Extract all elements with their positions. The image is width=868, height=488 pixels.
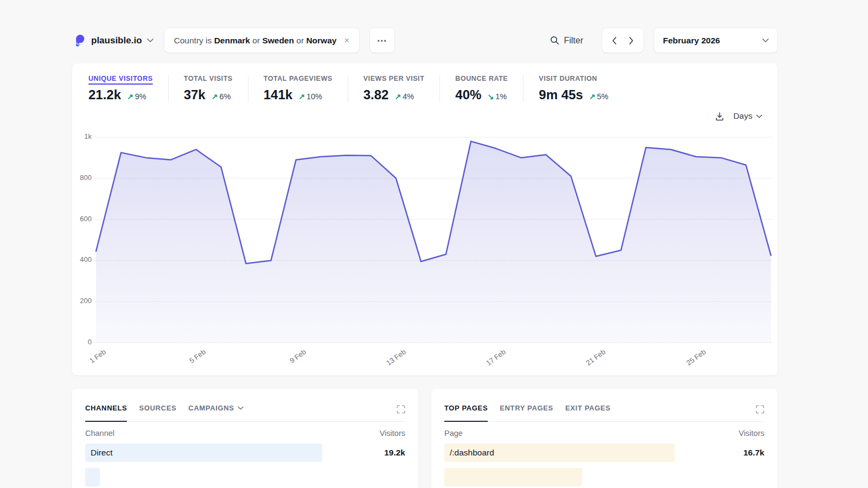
- remove-filter-icon[interactable]: ×: [344, 36, 349, 45]
- channels-panel: CHANNELS SOURCES CAMPAIGNS Channel Visit…: [72, 389, 418, 488]
- chart-x-tick: 21 Feb: [572, 348, 607, 376]
- chevron-right-icon: [629, 37, 634, 44]
- tab-channels[interactable]: CHANNELS: [85, 404, 127, 422]
- chart-x-tick: 1 Feb: [72, 348, 107, 376]
- date-nav: [602, 28, 643, 53]
- pages-panel: TOP PAGES ENTRY PAGES EXIT PAGES Page Vi…: [431, 389, 777, 488]
- stat-change: ↗6%: [212, 92, 231, 101]
- chart-x-tick: 25 Feb: [672, 348, 707, 376]
- pages-tabs: TOP PAGES ENTRY PAGES EXIT PAGES: [444, 389, 764, 422]
- export-button[interactable]: [715, 112, 724, 121]
- tab-campaigns[interactable]: CAMPAIGNS: [188, 404, 243, 422]
- prev-period-button[interactable]: [608, 33, 620, 49]
- chevron-down-icon: [762, 38, 769, 42]
- chart-x-tick: 9 Feb: [272, 348, 307, 376]
- chevron-down-icon: [756, 114, 762, 118]
- stat-change: ↗5%: [589, 92, 609, 101]
- chart-y-tick: 400: [72, 255, 92, 264]
- row-label[interactable]: /:dashboard: [444, 448, 494, 457]
- filter-chip-text: Country is Denmark or Sweden or Norway: [174, 36, 337, 46]
- row-bar: [85, 444, 322, 462]
- chart-y-tick: 1k: [72, 132, 92, 140]
- stat-unique-visitors[interactable]: UNIQUE VISITORS 21.2k ↗9%: [88, 75, 168, 102]
- dimension-column-label: Page: [444, 429, 463, 438]
- search-icon: [550, 36, 559, 45]
- tab-sources[interactable]: SOURCES: [139, 404, 176, 422]
- stat-visit-duration[interactable]: VISIT DURATION 9m 45s ↗5%: [523, 75, 623, 102]
- chevron-left-icon: [612, 37, 616, 44]
- chart-x-tick: 13 Feb: [372, 348, 407, 376]
- stat-bounce-rate[interactable]: BOUNCE RATE 40% ↘1%: [439, 75, 523, 102]
- metric-column-label: Visitors: [739, 429, 764, 438]
- chart-y-tick: 600: [72, 215, 92, 223]
- download-icon: [715, 112, 724, 121]
- stat-views-per-visit[interactable]: VIEWS PER VISIT 3.82 ↗4%: [348, 75, 440, 102]
- row-value: 19.2k: [384, 444, 405, 462]
- metric-column-label: Visitors: [380, 429, 405, 438]
- trend-up-icon: ↗: [394, 92, 401, 101]
- chevron-down-icon: [147, 38, 154, 42]
- chart-controls: Days: [715, 111, 762, 121]
- row-value: 16.7k: [743, 444, 764, 462]
- visitors-area-chart[interactable]: [94, 134, 773, 345]
- site-name: plausible.io: [91, 35, 142, 46]
- table-header: Page Visitors: [444, 429, 764, 438]
- table-row[interactable]: Direct 19.2k: [85, 444, 405, 462]
- stat-total-visits[interactable]: TOTAL VISITS 37k ↗6%: [168, 75, 248, 102]
- filter-chip-country[interactable]: Country is Denmark or Sweden or Norway ×: [164, 28, 359, 53]
- fullscreen-icon: [397, 405, 405, 414]
- chart-y-tick: 800: [72, 174, 92, 182]
- tab-exit-pages[interactable]: EXIT PAGES: [565, 404, 611, 422]
- row-bar: [444, 468, 582, 486]
- trend-down-icon: ↘: [487, 92, 494, 101]
- table-row-partial[interactable]: [444, 468, 764, 486]
- filter-label: Filter: [564, 36, 583, 46]
- next-period-button[interactable]: [626, 33, 637, 49]
- table-header: Channel Visitors: [85, 429, 405, 438]
- table-row[interactable]: /:dashboard 16.7k: [444, 444, 764, 462]
- trend-up-icon: ↗: [589, 92, 596, 101]
- filter-button[interactable]: Filter: [550, 36, 583, 46]
- chart-x-tick: 5 Feb: [172, 348, 207, 376]
- more-filters-button[interactable]: ⋯: [370, 28, 394, 53]
- fullscreen-icon: [756, 405, 764, 414]
- chart-y-tick: 200: [72, 297, 92, 305]
- tab-entry-pages[interactable]: ENTRY PAGES: [500, 404, 553, 422]
- stat-change: ↗4%: [394, 92, 414, 101]
- trend-up-icon: ↗: [212, 92, 218, 101]
- interval-label: Days: [733, 111, 752, 121]
- row-label[interactable]: Direct: [85, 448, 112, 457]
- stats-row: UNIQUE VISITORS 21.2k ↗9% TOTAL VISITS 3…: [72, 63, 777, 102]
- stat-total-pageviews[interactable]: TOTAL PAGEVIEWS 141k ↗10%: [248, 75, 348, 102]
- tab-top-pages[interactable]: TOP PAGES: [444, 404, 488, 422]
- interval-dropdown[interactable]: Days: [733, 111, 762, 121]
- date-range-label: February 2026: [663, 36, 720, 46]
- dimension-column-label: Channel: [85, 429, 114, 438]
- chart-x-tick: 17 Feb: [472, 348, 507, 376]
- expand-panel-button[interactable]: [756, 404, 764, 414]
- stat-change: ↘1%: [487, 92, 507, 101]
- date-range-picker[interactable]: February 2026: [654, 28, 777, 53]
- trend-up-icon: ↗: [298, 92, 305, 101]
- chart-y-tick: 0: [72, 338, 92, 346]
- analytics-card: UNIQUE VISITORS 21.2k ↗9% TOTAL VISITS 3…: [72, 63, 777, 375]
- plausible-logo-icon: [72, 34, 86, 48]
- chevron-down-icon: [238, 406, 244, 410]
- expand-panel-button[interactable]: [397, 404, 405, 414]
- table-row-partial[interactable]: [85, 468, 405, 486]
- stat-change: ↗10%: [298, 92, 322, 101]
- top-bar: plausible.io Country is Denmark or Swede…: [72, 28, 777, 53]
- channels-tabs: CHANNELS SOURCES CAMPAIGNS: [85, 389, 405, 422]
- row-bar: [85, 468, 100, 486]
- stat-change: ↗9%: [127, 92, 146, 101]
- trend-up-icon: ↗: [127, 92, 133, 101]
- site-switcher[interactable]: plausible.io: [72, 34, 154, 48]
